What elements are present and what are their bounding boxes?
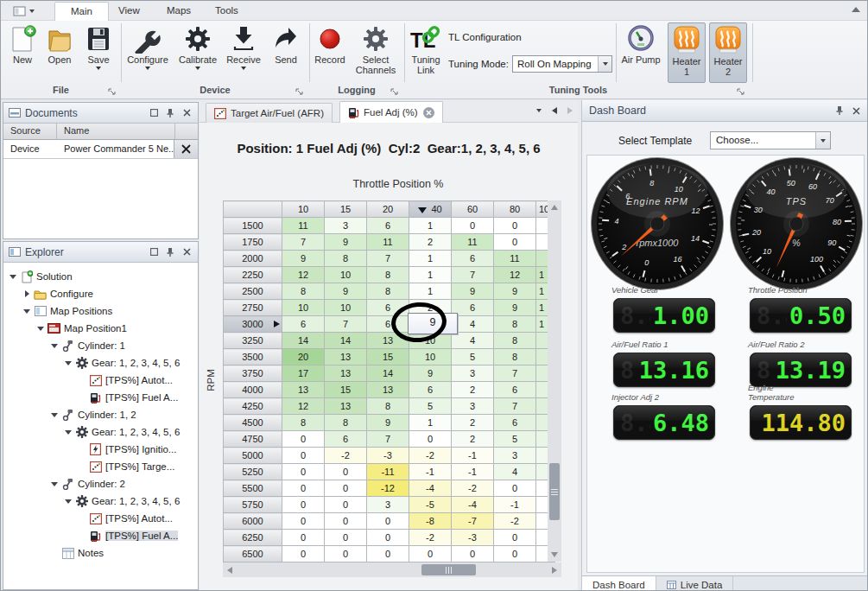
cell-3250-80[interactable]: 8 [494, 333, 536, 349]
close-button[interactable] [181, 246, 193, 258]
tree-item[interactable]: [TPS%] Autot... [3, 510, 198, 527]
tuning-mode-combobox[interactable]: Roll On Mapping [512, 55, 612, 73]
cell-4000-60[interactable]: 2 [452, 382, 494, 398]
configure-button[interactable]: Configure [125, 23, 170, 70]
cell-4750-40[interactable]: 0 [409, 431, 452, 448]
cell-2500-40[interactable]: 1 [409, 283, 452, 300]
cell-4000-10[interactable]: 13 [282, 382, 325, 398]
tree-item[interactable]: Cylinder: 2 [3, 475, 198, 492]
cell-5250-15[interactable]: 0 [325, 464, 367, 480]
cell-5750-20[interactable]: 3 [367, 497, 409, 513]
tree-item[interactable]: [TPS%] Fuel A... [3, 389, 198, 406]
cell-5250-40[interactable]: -1 [409, 464, 452, 480]
new-button[interactable]: New [6, 23, 39, 65]
remove-document-button[interactable] [174, 140, 198, 158]
cell-5750-15[interactable]: 0 [325, 497, 367, 513]
tree-item[interactable]: Configure [3, 285, 198, 302]
row-header-1500[interactable]: 1500 [224, 218, 282, 234]
cell-2500-20[interactable]: 8 [367, 283, 409, 300]
horizontal-scroll-thumb[interactable] [421, 564, 476, 575]
cell-2250-60[interactable]: 7 [452, 267, 494, 283]
cell-4500-10[interactable]: 8 [282, 415, 325, 431]
cell-4000-40[interactable]: 6 [409, 382, 452, 398]
cell-4750-15[interactable]: 6 [325, 431, 367, 448]
cell-2750-10[interactable]: 10 [282, 300, 325, 316]
document-tab[interactable]: Target Air/Fuel (AFR) [206, 103, 333, 123]
cell-3500-10[interactable]: 20 [282, 349, 325, 365]
tree-expander-icon[interactable] [64, 430, 73, 435]
cell-4500-40[interactable]: 1 [409, 415, 452, 431]
cell-2250-15[interactable]: 10 [325, 267, 367, 283]
cell-6500-80[interactable]: 0 [494, 546, 536, 562]
cell-4500-60[interactable]: 2 [452, 415, 494, 431]
ribbon-tab-tools[interactable]: Tools [200, 2, 254, 21]
cell-1750-40[interactable]: 2 [409, 234, 452, 251]
row-header-6500[interactable]: 6500 [224, 546, 282, 562]
cell-2250-40[interactable]: 1 [409, 267, 452, 283]
row-header-4250[interactable]: 4250 [224, 398, 282, 415]
cell-6250-15[interactable]: 0 [325, 530, 367, 546]
column-header-80[interactable]: 80 [494, 201, 536, 218]
cell-5500-40[interactable]: -4 [409, 480, 452, 497]
tuning-tools-dialog-launcher-icon[interactable] [737, 87, 744, 95]
cell-2500-10[interactable]: 8 [282, 283, 325, 300]
row-header-6000[interactable]: 6000 [224, 513, 282, 530]
cell-3000-15[interactable]: 7 [325, 316, 367, 333]
tree-item[interactable]: Map Position1 [3, 320, 198, 337]
cell-6000-60[interactable]: -7 [452, 513, 494, 530]
cell-5500-60[interactable]: -2 [452, 480, 494, 497]
column-header-10[interactable]: 10 [282, 201, 325, 218]
tab-list-dropdown-icon[interactable] [536, 109, 542, 112]
dashboard-tab-live-data[interactable]: Live Data [656, 576, 734, 591]
scroll-tabs-right-icon[interactable] [567, 107, 573, 114]
cell-3750-15[interactable]: 13 [325, 365, 367, 382]
cell-2750-15[interactable]: 10 [325, 300, 367, 316]
column-header-60[interactable]: 60 [452, 201, 494, 218]
cell-6250-80[interactable]: 0 [494, 530, 536, 546]
cell-3500-20[interactable]: 15 [367, 349, 409, 365]
cell-2000-20[interactable]: 7 [367, 251, 409, 267]
file-dialog-launcher-icon[interactable] [108, 87, 116, 95]
cell-3750-10[interactable]: 17 [282, 365, 325, 382]
cell-3750-80[interactable]: 7 [494, 365, 536, 382]
cell-1500-60[interactable]: 0 [452, 218, 494, 234]
ribbon-tab-maps[interactable]: Maps [151, 2, 206, 21]
tree-item[interactable]: Gear: 1, 2, 3, 4, 5, 6 [3, 354, 198, 372]
cell-3250-15[interactable]: 14 [325, 333, 367, 349]
cell-5000-10[interactable]: 0 [282, 448, 325, 464]
cell-6000-10[interactable]: 0 [282, 513, 325, 530]
row-header-5750[interactable]: 5750 [224, 497, 282, 513]
cell-5250-10[interactable]: 0 [282, 464, 325, 480]
tree-expander-icon[interactable] [22, 290, 31, 297]
combo-dropdown-button[interactable] [815, 132, 830, 149]
tuning-link-button[interactable]: TL Tuning Link [407, 23, 445, 75]
cell-3500-15[interactable]: 13 [325, 349, 367, 365]
cell-3750-40[interactable]: 9 [409, 365, 452, 382]
row-header-4500[interactable]: 4500 [224, 415, 282, 431]
cell-2500-15[interactable]: 9 [325, 283, 367, 300]
record-button[interactable]: Record [312, 23, 348, 65]
cell-6250-20[interactable]: 0 [367, 530, 409, 546]
cell-3000-10[interactable]: 6 [282, 316, 325, 333]
tree-expander-icon[interactable] [50, 344, 59, 348]
row-header-6250[interactable]: 6250 [224, 530, 282, 546]
column-header-40[interactable]: 40 [409, 201, 452, 218]
tree-expander-icon[interactable] [9, 275, 17, 279]
heater-1-button[interactable]: Heater 1 [668, 22, 706, 83]
scroll-left-button[interactable] [223, 562, 237, 577]
save-button[interactable]: Save [82, 23, 115, 70]
pin-button[interactable] [164, 246, 176, 258]
close-button[interactable] [181, 107, 193, 119]
tree-item[interactable]: [TPS%] Fuel A... [3, 527, 198, 544]
cell-3750-60[interactable]: 3 [452, 365, 494, 382]
row-header-5250[interactable]: 5250 [224, 464, 282, 480]
cell-1500-40[interactable]: 1 [409, 218, 452, 234]
tree-item[interactable]: Gear: 1, 2, 3, 4, 5, 6 [3, 423, 198, 441]
document-row[interactable]: DevicePower Commander 5 Ne... [3, 140, 198, 159]
cell-1500-80[interactable]: 0 [494, 218, 536, 234]
grid-vertical-scrollbar[interactable] [548, 200, 561, 562]
cell-6500-15[interactable]: 0 [325, 546, 367, 562]
cell-1750-10[interactable]: 7 [282, 234, 325, 251]
tree-item[interactable]: Notes [3, 544, 198, 562]
cell-4250-20[interactable]: 8 [367, 398, 409, 415]
